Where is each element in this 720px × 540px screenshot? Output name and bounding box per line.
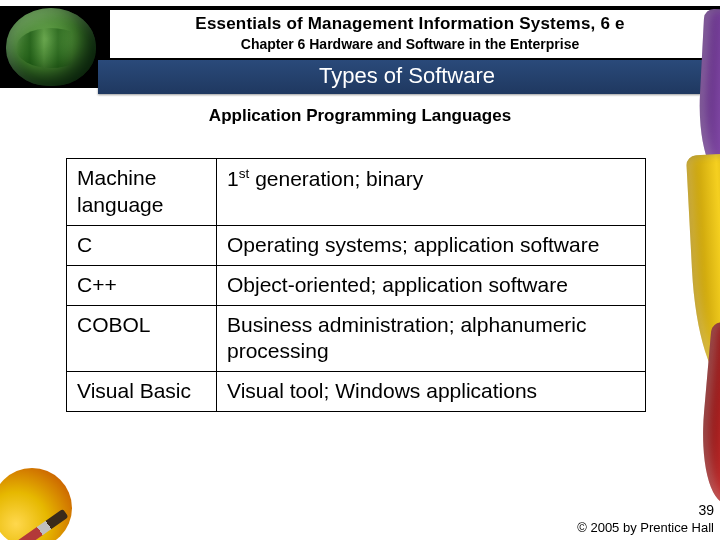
languages-table: Machine language 1st generation; binary … [66,158,646,412]
copyright: © 2005 by Prentice Hall [577,520,714,536]
lang-name: Machine language [67,159,217,226]
lang-desc: Business administration; alphanumeric pr… [217,305,646,372]
crayons-graphic [666,4,720,504]
table-row: COBOL Business administration; alphanume… [67,305,646,372]
header-text-block: Essentials of Management Information Sys… [110,10,710,58]
slide-footer: 39 © 2005 by Prentice Hall [577,502,714,536]
lang-desc: Operating systems; application software [217,225,646,265]
lang-name: COBOL [67,305,217,372]
slide-subheader: Application Programming Languages [0,106,720,126]
table-row: Visual Basic Visual tool; Windows applic… [67,372,646,412]
page-number: 39 [577,502,714,520]
lang-desc: Visual tool; Windows applications [217,372,646,412]
paint-splash-graphic [0,458,82,540]
chapter-label: Chapter 6 Hardware and Software in the E… [110,36,710,52]
table-row: Machine language 1st generation; binary [67,159,646,226]
lang-name: Visual Basic [67,372,217,412]
lang-name: C [67,225,217,265]
lang-desc: 1st generation; binary [217,159,646,226]
book-title: Essentials of Management Information Sys… [110,14,710,34]
lang-desc: Object-oriented; application software [217,265,646,305]
lang-name: C++ [67,265,217,305]
section-title: Types of Software [98,60,716,94]
globe-graphic [6,8,96,86]
table-row: C Operating systems; application softwar… [67,225,646,265]
table-row: C++ Object-oriented; application softwar… [67,265,646,305]
